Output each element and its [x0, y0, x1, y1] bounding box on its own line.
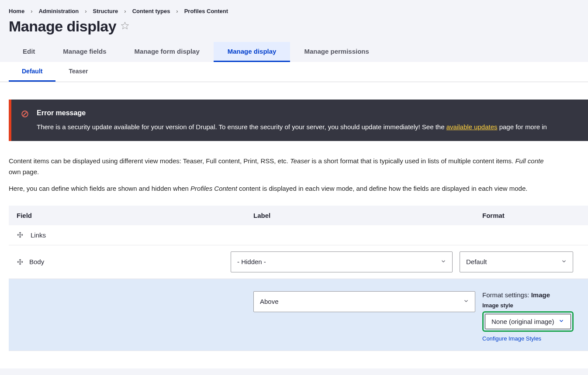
table-row: Links — [9, 225, 588, 245]
error-title: Error message — [37, 109, 547, 117]
available-updates-link[interactable]: available updates — [446, 123, 498, 131]
col-field: Field — [17, 212, 253, 219]
primary-tabs: Edit Manage fields Manage form display M… — [0, 42, 588, 62]
format-select-body[interactable]: Default — [460, 251, 573, 272]
chevron-right-icon: › — [85, 8, 86, 14]
tab-manage-permissions[interactable]: Manage permissions — [290, 42, 383, 62]
label-select-image[interactable]: Above — [253, 291, 475, 312]
label-select-body[interactable]: - Hidden - — [231, 251, 453, 272]
configure-image-styles-link[interactable]: Configure Image Styles — [482, 335, 580, 342]
breadcrumb-profiles-content[interactable]: Profiles Content — [184, 8, 228, 14]
breadcrumb-administration[interactable]: Administration — [38, 8, 79, 14]
drag-handle-icon[interactable] — [17, 231, 31, 238]
breadcrumb-content-types[interactable]: Content types — [132, 8, 170, 14]
tab-manage-display[interactable]: Manage display — [214, 42, 291, 62]
drag-handle-icon[interactable] — [17, 258, 29, 265]
col-format: Format — [482, 212, 580, 219]
secondary-tabs: Default Teaser — [0, 62, 588, 82]
page-title: Manage display — [9, 18, 116, 35]
error-text: There is a security update available for… — [37, 123, 547, 131]
image-style-label: Image style — [482, 302, 580, 309]
fields-table: Field Label Format Links Body - Hidden - — [9, 206, 588, 351]
breadcrumb-structure[interactable]: Structure — [93, 8, 118, 14]
table-header: Field Label Format — [9, 206, 588, 225]
error-message: Error message There is a security update… — [9, 100, 588, 141]
highlight-box: None (original image) — [482, 311, 574, 332]
error-icon — [21, 109, 29, 131]
chevron-down-icon — [558, 318, 564, 325]
table-row: Body - Hidden - Default — [9, 245, 588, 279]
format-settings-title: Format settings: Image — [482, 291, 580, 299]
chevron-right-icon: › — [31, 8, 32, 14]
tab-manage-fields[interactable]: Manage fields — [49, 42, 120, 62]
image-style-select[interactable]: None (original image) — [485, 314, 571, 329]
chevron-right-icon: › — [124, 8, 126, 14]
subtab-default[interactable]: Default — [9, 62, 55, 82]
breadcrumb-home[interactable]: Home — [9, 8, 24, 14]
star-icon[interactable] — [121, 21, 129, 31]
tab-manage-form-display[interactable]: Manage form display — [121, 42, 214, 62]
description: Content items can be displayed using dif… — [0, 141, 588, 193]
chevron-right-icon: › — [176, 8, 178, 14]
field-name: Body — [29, 258, 231, 265]
breadcrumb: Home › Administration › Structure › Cont… — [0, 0, 588, 16]
svg-line-2 — [23, 112, 27, 116]
field-name: Links — [31, 231, 253, 239]
tab-edit[interactable]: Edit — [9, 42, 49, 62]
table-row: Above Format settings: Image Image style… — [9, 279, 588, 351]
svg-marker-0 — [121, 22, 129, 29]
col-label: Label — [253, 212, 482, 219]
subtab-teaser[interactable]: Teaser — [55, 62, 101, 82]
